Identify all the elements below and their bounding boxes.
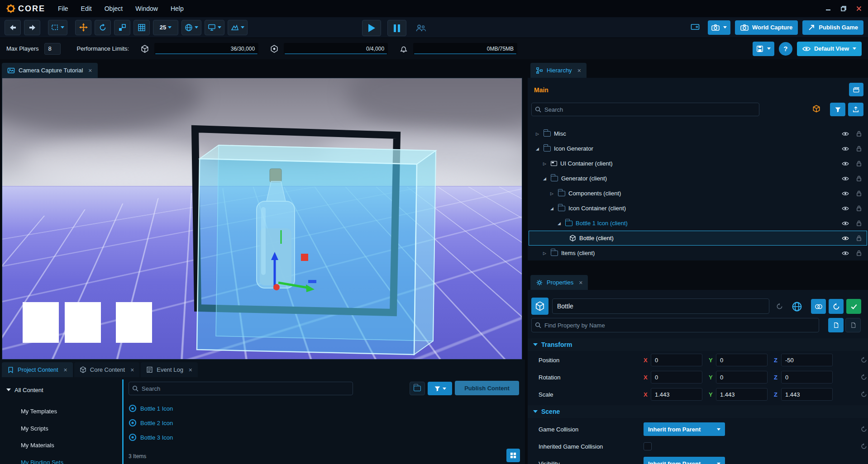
expand-toggle-icon[interactable]: ▷ bbox=[541, 251, 548, 256]
collapse-triangle-icon[interactable] bbox=[6, 388, 11, 391]
eye-icon[interactable] bbox=[842, 176, 849, 181]
game-collision-dropdown[interactable]: Inherit from Parent bbox=[644, 422, 725, 436]
default-view-dropdown[interactable]: Default View bbox=[797, 42, 862, 56]
eye-icon[interactable] bbox=[842, 146, 849, 152]
tab-close-icon[interactable]: × bbox=[130, 366, 134, 374]
networked-globe-icon[interactable] bbox=[792, 301, 802, 312]
viewport-tab-close-icon[interactable]: × bbox=[88, 67, 92, 74]
tree-row-bottle-selected[interactable]: Bottle (client) bbox=[529, 231, 867, 246]
play-button[interactable] bbox=[362, 20, 381, 36]
sidebar-item-my-templates[interactable]: My Templates bbox=[21, 405, 57, 417]
sidebar-item-my-scripts[interactable]: My Scripts bbox=[21, 422, 48, 435]
asset-item-bottle-3-icon[interactable]: Bottle 3 Icon bbox=[129, 431, 364, 444]
menu-window[interactable]: Window bbox=[135, 5, 158, 12]
tab-hierarchy[interactable]: Hierarchy × bbox=[530, 63, 587, 78]
lock-icon[interactable] bbox=[856, 190, 862, 196]
asset-item-bottle-2-icon[interactable]: Bottle 2 Icon bbox=[129, 416, 364, 430]
asset-item-bottle-1-icon[interactable]: Bottle 1 Icon bbox=[129, 402, 364, 415]
menu-object[interactable]: Object bbox=[105, 5, 123, 12]
object-name-input[interactable] bbox=[552, 298, 769, 314]
lock-icon[interactable] bbox=[856, 161, 862, 166]
position-y-input[interactable] bbox=[716, 354, 768, 366]
expand-toggle-icon[interactable]: ▷ bbox=[541, 161, 548, 166]
expand-toggle-icon[interactable]: ◢ bbox=[556, 221, 563, 226]
expand-toggle-icon[interactable]: ◢ bbox=[548, 206, 555, 211]
lock-icon[interactable] bbox=[856, 146, 862, 152]
expand-toggle-icon[interactable]: ▷ bbox=[548, 191, 555, 196]
inherited-game-collision-checkbox[interactable] bbox=[644, 442, 652, 450]
tab-close-icon[interactable]: × bbox=[64, 366, 67, 374]
viewport-canvas[interactable] bbox=[2, 78, 522, 360]
tab-close-icon[interactable]: × bbox=[577, 67, 581, 74]
expand-toggle-icon[interactable]: ◢ bbox=[541, 176, 548, 181]
screen-mode-dropdown[interactable] bbox=[205, 20, 224, 35]
rotation-x-input[interactable] bbox=[651, 371, 702, 384]
help-button[interactable]: ? bbox=[779, 42, 792, 56]
scale-tool-button[interactable] bbox=[114, 20, 130, 35]
scene-section-header[interactable]: Scene bbox=[528, 405, 868, 418]
tab-project-content[interactable]: Project Content × bbox=[2, 362, 73, 377]
lock-icon[interactable] bbox=[856, 131, 862, 137]
expand-toggle-icon[interactable]: ◢ bbox=[534, 147, 541, 151]
tree-row-ui-container[interactable]: ▷ UI Container (client) bbox=[529, 156, 867, 171]
menu-file[interactable]: File bbox=[58, 5, 68, 12]
tab-properties[interactable]: Properties × bbox=[530, 275, 588, 290]
undo-button[interactable] bbox=[5, 20, 21, 35]
tree-row-icon-container[interactable]: ◢ Icon Container (client) bbox=[529, 201, 867, 216]
preview-window-icon[interactable] bbox=[687, 20, 703, 35]
restore-button[interactable] bbox=[841, 6, 846, 11]
eye-icon[interactable] bbox=[842, 221, 849, 226]
save-dropdown[interactable] bbox=[753, 42, 774, 56]
eye-icon[interactable] bbox=[842, 251, 849, 256]
publish-game-button[interactable]: Publish Game bbox=[802, 20, 863, 35]
tab-core-content[interactable]: Core Content × bbox=[74, 362, 140, 377]
menu-edit[interactable]: Edit bbox=[81, 5, 92, 12]
visibility-dropdown[interactable]: Inherit from Parent bbox=[644, 457, 725, 464]
transform-section-header[interactable]: Transform bbox=[528, 338, 868, 351]
paste-properties-button[interactable] bbox=[845, 318, 861, 332]
rotation-z-input[interactable] bbox=[781, 371, 833, 384]
viewport-tab[interactable]: Camera Capture Tutorial × bbox=[2, 63, 98, 78]
new-template-button[interactable] bbox=[849, 83, 863, 96]
expand-toggle-icon[interactable]: ▷ bbox=[534, 132, 541, 136]
world-space-dropdown[interactable] bbox=[181, 20, 201, 35]
redo-button[interactable] bbox=[24, 20, 40, 35]
tab-event-log[interactable]: Event Log × bbox=[141, 362, 198, 377]
tab-close-icon[interactable]: × bbox=[579, 279, 582, 286]
revert-icon[interactable] bbox=[861, 374, 867, 380]
content-search-input[interactable] bbox=[129, 382, 353, 395]
max-players-input[interactable]: 8 bbox=[44, 43, 61, 55]
menu-help[interactable]: Help bbox=[171, 5, 184, 12]
revert-icon[interactable] bbox=[861, 426, 867, 432]
tab-close-icon[interactable]: × bbox=[189, 366, 192, 374]
tree-row-components[interactable]: ▷ Components (client) bbox=[529, 186, 867, 201]
marquee-select-dropdown[interactable] bbox=[48, 20, 67, 35]
sidebar-item-my-materials[interactable]: My Materials bbox=[21, 439, 54, 451]
eye-icon[interactable] bbox=[842, 161, 849, 166]
hierarchy-filter-button[interactable] bbox=[830, 103, 845, 116]
revert-icon[interactable] bbox=[861, 357, 867, 363]
terrain-dropdown[interactable] bbox=[228, 20, 248, 35]
position-z-input[interactable] bbox=[781, 354, 833, 366]
publish-content-button[interactable]: Publish Content bbox=[455, 381, 519, 395]
find-property-input[interactable] bbox=[531, 318, 819, 332]
template-package-icon[interactable] bbox=[812, 104, 821, 114]
tree-row-icon-generator[interactable]: ◢ Icon Generator bbox=[529, 141, 867, 156]
lock-icon[interactable] bbox=[856, 250, 862, 256]
capture-mode-dropdown[interactable] bbox=[708, 20, 730, 35]
tree-row-bottle-1-icon[interactable]: ◢ Bottle 1 Icon (client) bbox=[529, 216, 867, 231]
sidebar-item-my-binding-sets[interactable]: My Binding Sets bbox=[21, 456, 63, 464]
lock-icon[interactable] bbox=[856, 175, 862, 181]
revert-name-icon[interactable] bbox=[776, 303, 783, 310]
rotate-tool-button[interactable] bbox=[95, 20, 111, 35]
revert-icon[interactable] bbox=[861, 443, 867, 450]
hierarchy-search-input[interactable] bbox=[531, 103, 759, 116]
lock-icon[interactable] bbox=[856, 205, 862, 211]
lock-icon[interactable] bbox=[856, 235, 862, 241]
copy-properties-button[interactable] bbox=[828, 318, 844, 332]
scale-y-input[interactable] bbox=[716, 388, 768, 401]
scale-x-input[interactable] bbox=[651, 388, 702, 401]
world-capture-button[interactable]: World Capture bbox=[735, 20, 798, 35]
close-button[interactable] bbox=[856, 6, 862, 11]
position-x-input[interactable] bbox=[651, 354, 702, 366]
